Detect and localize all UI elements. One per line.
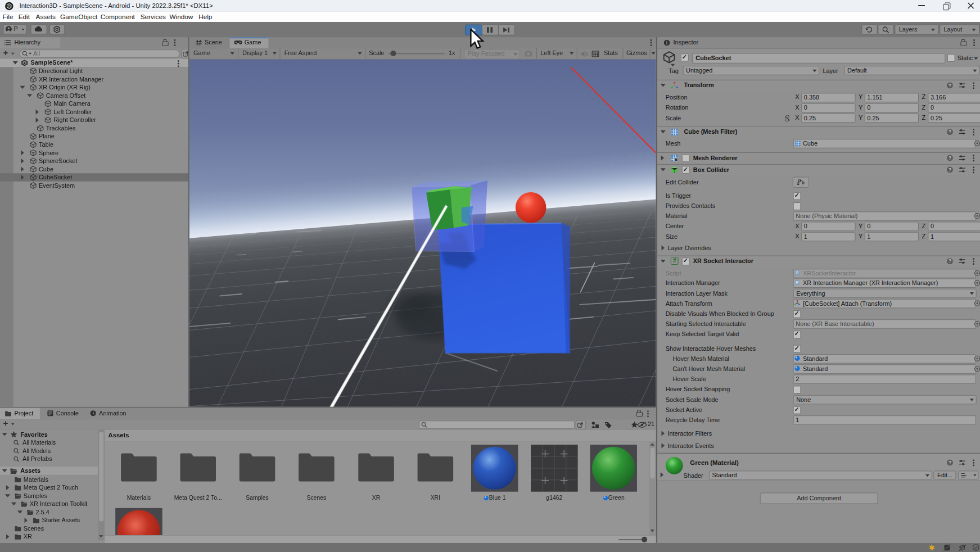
svg-text:?: ? — [949, 168, 951, 173]
svg-text:?: ? — [949, 460, 951, 465]
svg-text:?: ? — [949, 259, 951, 264]
svg-text:?: ? — [949, 156, 951, 161]
svg-text:?: ? — [949, 83, 951, 88]
svg-text:?: ? — [949, 129, 951, 134]
